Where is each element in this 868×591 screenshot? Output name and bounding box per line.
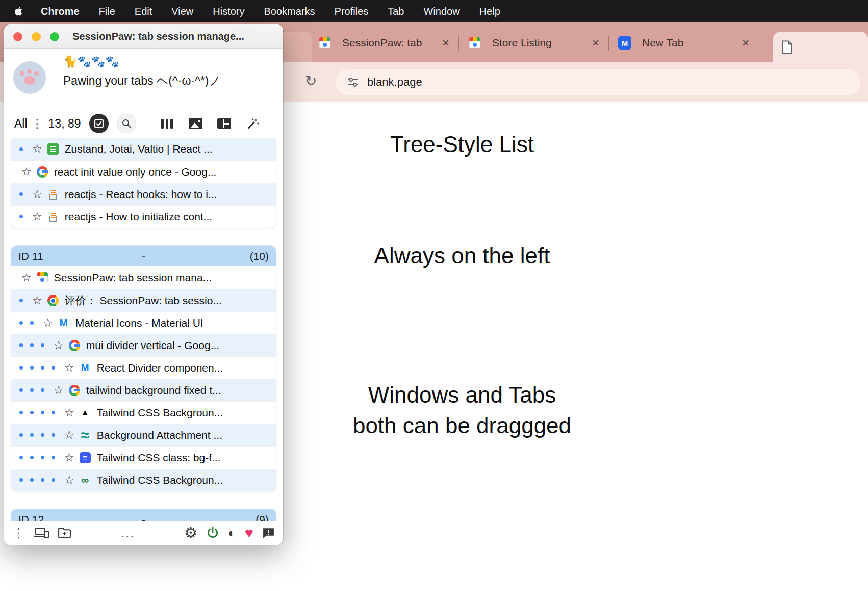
menu-item-chrome[interactable]: Chrome: [41, 6, 80, 17]
tab-tree: ☆Zustand, Jotai, Valtio | React ...☆reac…: [4, 138, 283, 521]
tree-dot: [41, 343, 44, 347]
apple-logo-icon[interactable]: [15, 6, 23, 16]
tree-dot: [19, 388, 23, 392]
window-group-header[interactable]: ID 12-(9): [11, 509, 276, 521]
paw-avatar: [13, 61, 46, 94]
site-settings-icon[interactable]: [347, 76, 359, 88]
menu-item-view[interactable]: View: [171, 6, 193, 17]
window-group-header[interactable]: ID 11-(10): [11, 246, 276, 266]
layout-view-button[interactable]: [216, 115, 233, 132]
reload-icon[interactable]: ↻: [305, 72, 317, 89]
star-icon[interactable]: ☆: [32, 211, 42, 223]
tree-dot: [52, 433, 55, 437]
tab-row[interactable]: ☆react init value only once - Goog...: [11, 160, 276, 183]
kebab-icon[interactable]: ⋮: [12, 526, 25, 540]
tree-dot: [19, 366, 23, 370]
menu-item-file[interactable]: File: [99, 6, 115, 17]
tab-row[interactable]: ☆MReact Divider componen...: [11, 356, 276, 379]
tree-dot: [19, 299, 23, 302]
star-icon[interactable]: ☆: [64, 475, 74, 486]
minimize-window-button[interactable]: [32, 32, 41, 41]
devices-button[interactable]: [34, 527, 49, 539]
menu-item-help[interactable]: Help: [479, 6, 500, 17]
star-icon[interactable]: ☆: [32, 189, 42, 200]
filter-menu-icon[interactable]: ⋮: [32, 117, 43, 131]
address-bar[interactable]: blank.page: [336, 69, 861, 95]
popup-window-title: SessionPaw: tab session manage...: [72, 31, 244, 42]
menu-item-tab[interactable]: Tab: [388, 6, 404, 17]
tab-close-icon[interactable]: ×: [742, 37, 749, 49]
tree-dot: [30, 343, 34, 347]
devices-icon: [34, 527, 49, 539]
tree-dot: [52, 411, 55, 414]
tree-dot: [19, 192, 23, 196]
active-tab[interactable]: [773, 32, 868, 62]
stackoverflow-icon: [46, 210, 60, 224]
tree-dot: [19, 215, 23, 218]
tab-row[interactable]: ☆reactjs - How to initialize cont...: [11, 205, 276, 228]
search-icon: [121, 118, 132, 129]
tab-row[interactable]: ☆Zustand, Jotai, Valtio | React ...: [11, 138, 276, 160]
tab-title-text: Tailwind CSS Backgroun...: [97, 474, 271, 486]
browser-tab[interactable]: Store Listing×: [462, 31, 605, 55]
star-icon[interactable]: ☆: [21, 166, 32, 178]
menu-item-profiles[interactable]: Profiles: [335, 6, 369, 17]
close-window-button[interactable]: [13, 32, 22, 41]
star-icon[interactable]: ☆: [64, 452, 74, 463]
popup-titlebar[interactable]: SessionPaw: tab session manage...: [4, 24, 283, 49]
magic-button[interactable]: [244, 115, 262, 132]
settings-button[interactable]: ⚙: [184, 526, 197, 540]
menu-item-history[interactable]: History: [213, 6, 244, 17]
tree-dot: [30, 321, 34, 325]
tree-dot: [19, 478, 23, 482]
tree-dot: [19, 147, 23, 151]
browser-tab[interactable]: SessionPaw: tab×: [312, 31, 455, 55]
tab-close-icon[interactable]: ×: [442, 37, 449, 49]
tab-row[interactable]: ☆mui divider vertical - Goog...: [11, 334, 276, 356]
select-all-button[interactable]: [89, 114, 109, 133]
star-icon[interactable]: ☆: [21, 272, 32, 283]
quilt-icon: [217, 118, 231, 129]
tree-dot: [52, 456, 55, 459]
filter-all-label[interactable]: All: [14, 117, 28, 131]
theme-toggle-button[interactable]: ◐: [228, 526, 236, 539]
statusbar-more[interactable]: ...: [80, 525, 175, 541]
feedback-button[interactable]: [262, 527, 275, 539]
menu-item-bookmarks[interactable]: Bookmarks: [264, 6, 315, 17]
browser-tab[interactable]: MNew Tab×: [612, 31, 755, 55]
image-view-button[interactable]: [187, 115, 205, 132]
menu-item-edit[interactable]: Edit: [135, 6, 152, 17]
star-icon[interactable]: ☆: [43, 317, 53, 329]
url-text: blank.page: [367, 76, 422, 89]
star-icon[interactable]: ☆: [54, 385, 64, 396]
star-icon[interactable]: ☆: [64, 362, 74, 374]
google-icon: [68, 384, 81, 397]
heart-button[interactable]: ♥: [245, 526, 253, 540]
tab-row[interactable]: ☆MMaterial Icons - Material UI: [11, 311, 276, 334]
columns-view-button[interactable]: [159, 115, 176, 132]
tab-row[interactable]: ☆▲Tailwind CSS Backgroun...: [11, 401, 276, 424]
star-icon[interactable]: ☆: [64, 430, 74, 441]
tab-close-icon[interactable]: ×: [592, 37, 599, 49]
paw-icon: [20, 69, 39, 86]
tab-row[interactable]: ☆≈Background Attachment ...: [11, 424, 276, 446]
tree-dot: [52, 478, 55, 482]
zoom-window-button[interactable]: [50, 32, 59, 41]
saved-folder-button[interactable]: [58, 527, 71, 539]
tab-row[interactable]: ☆评价： SessionPaw: tab sessio...: [11, 289, 276, 311]
tree-dot: [41, 366, 44, 370]
menubar-items: ChromeFileEditViewHistoryBookmarksProfil…: [34, 6, 510, 17]
star-icon[interactable]: ☆: [32, 143, 42, 155]
tree-dot: [41, 478, 44, 482]
star-icon[interactable]: ☆: [64, 407, 74, 418]
star-icon[interactable]: ☆: [32, 295, 42, 306]
power-button[interactable]: [206, 526, 219, 539]
tab-row[interactable]: ☆tailwind background fixed t...: [11, 379, 276, 401]
search-button[interactable]: [117, 114, 136, 133]
tab-row[interactable]: ☆∞Tailwind CSS Backgroun...: [11, 469, 276, 491]
star-icon[interactable]: ☆: [54, 340, 64, 351]
menu-item-window[interactable]: Window: [424, 6, 460, 17]
tab-row[interactable]: ☆≡Tailwind CSS class: bg-f...: [11, 446, 276, 469]
tab-row[interactable]: ☆SessionPaw: tab session mana...: [11, 266, 276, 289]
tab-row[interactable]: ☆reactjs - React hooks: how to i...: [11, 183, 276, 205]
